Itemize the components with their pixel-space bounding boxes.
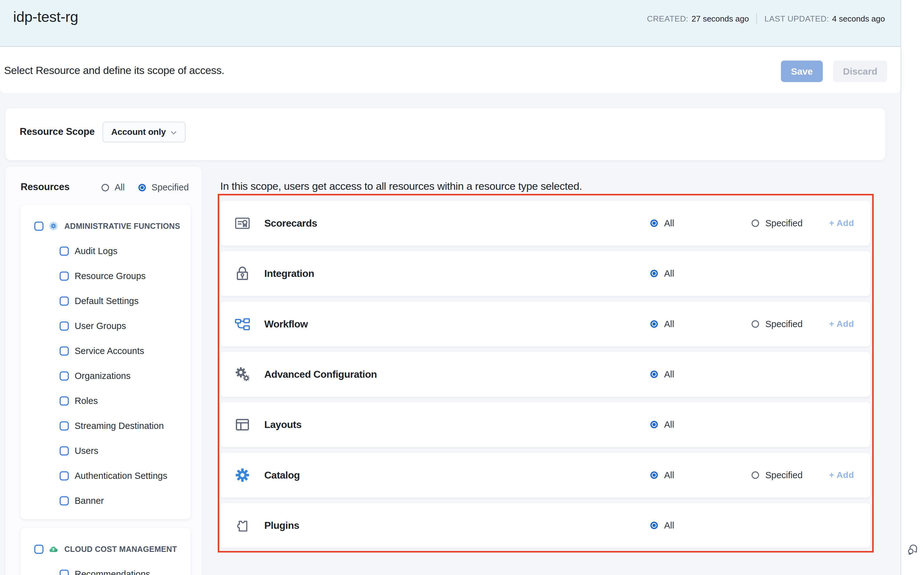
radio-selected-icon[interactable] bbox=[650, 270, 658, 277]
chevron-down-icon bbox=[169, 128, 178, 137]
add-button[interactable]: + Add bbox=[829, 453, 854, 497]
item-checkbox[interactable] bbox=[60, 570, 69, 575]
group-title: ADMINISTRATIVE FUNCTIONS bbox=[64, 222, 180, 231]
scope-note: In this scope, users get access to all r… bbox=[220, 179, 582, 192]
resources-radio-specified[interactable]: Specified bbox=[139, 182, 189, 192]
action-toolbar: Select Resource and define its scope of … bbox=[0, 48, 901, 93]
main-panel: idp-test-rg CREATED: 27 seconds ago LAST… bbox=[0, 0, 901, 575]
row-radio-all[interactable]: All bbox=[650, 201, 674, 246]
row-radio-all[interactable]: All bbox=[650, 402, 674, 447]
item-checkbox[interactable] bbox=[60, 246, 69, 256]
resource-group-administrative-functions: ADMINISTRATIVE FUNCTIONS Audit Logs Reso… bbox=[21, 205, 191, 519]
scorecard-icon bbox=[235, 216, 250, 231]
page-title: idp-test-rg bbox=[13, 8, 78, 25]
group-items: Recommendations bbox=[21, 562, 191, 575]
list-item-users: Users bbox=[21, 438, 191, 463]
row-radio-specified[interactable]: Specified bbox=[752, 302, 803, 346]
row-radio-all[interactable]: All bbox=[650, 302, 674, 346]
radio-selected-icon[interactable] bbox=[650, 219, 658, 227]
row-label: Scorecards bbox=[264, 201, 317, 246]
resource-row-integration: Integration All bbox=[220, 251, 870, 296]
list-item-recommendations: Recommendations bbox=[21, 562, 191, 575]
list-item-banner: Banner bbox=[21, 488, 191, 513]
group-items: Audit Logs Resource Groups Default Setti… bbox=[21, 238, 191, 513]
puzzle-icon bbox=[235, 518, 250, 533]
item-checkbox[interactable] bbox=[60, 346, 69, 356]
svg-text:$: $ bbox=[52, 547, 54, 551]
list-item-resource-groups: Resource Groups bbox=[21, 264, 191, 288]
row-label: Catalog bbox=[264, 453, 300, 497]
chat-bubbles-icon bbox=[907, 543, 920, 556]
resource-row-advanced-configuration: Advanced Configuration All bbox=[220, 352, 870, 397]
list-item-authentication-settings: Authentication Settings bbox=[21, 463, 191, 488]
item-checkbox[interactable] bbox=[60, 446, 69, 456]
add-button[interactable]: + Add bbox=[829, 302, 854, 346]
list-item-default-settings: Default Settings bbox=[21, 288, 191, 313]
radio-selected-icon[interactable] bbox=[650, 421, 658, 428]
chat-button[interactable] bbox=[907, 543, 920, 556]
radio-selected-icon[interactable] bbox=[650, 370, 658, 378]
created-value: 27 seconds ago bbox=[691, 13, 749, 24]
row-radio-all[interactable]: All bbox=[650, 503, 674, 548]
meta-info: CREATED: 27 seconds ago LAST UPDATED: 4 … bbox=[647, 13, 885, 24]
resources-radio-all[interactable]: All bbox=[102, 182, 125, 192]
last-updated-label: LAST UPDATED: bbox=[765, 13, 829, 24]
save-button[interactable]: Save bbox=[781, 60, 823, 82]
item-checkbox[interactable] bbox=[60, 372, 69, 381]
resources-sidebar: Resources All Specified ADMINISTRAT bbox=[6, 167, 202, 575]
radio-selected-icon[interactable] bbox=[650, 471, 658, 479]
group-checkbox[interactable] bbox=[34, 222, 43, 231]
group-checkbox[interactable] bbox=[34, 545, 43, 554]
item-checkbox[interactable] bbox=[60, 471, 69, 480]
list-item-organizations: Organizations bbox=[21, 363, 191, 388]
list-item-service-accounts: Service Accounts bbox=[21, 338, 191, 363]
group-header: ADMINISTRATIVE FUNCTIONS bbox=[21, 219, 191, 233]
item-checkbox[interactable] bbox=[60, 297, 69, 306]
resource-scope-card: Resource Scope Account only bbox=[6, 108, 885, 160]
list-item-streaming-destination: Streaming Destination bbox=[21, 413, 191, 438]
admin-gear-icon bbox=[49, 222, 58, 230]
meta-separator bbox=[756, 13, 757, 24]
created-label: CREATED: bbox=[647, 13, 688, 24]
item-checkbox[interactable] bbox=[60, 496, 69, 505]
group-title: CLOUD COST MANAGEMENT bbox=[64, 545, 177, 554]
content-area: Resource Scope Account only Resources Al… bbox=[0, 93, 901, 575]
item-checkbox[interactable] bbox=[60, 396, 69, 405]
list-item-audit-logs: Audit Logs bbox=[21, 238, 191, 264]
radio-selected-icon[interactable] bbox=[650, 522, 658, 529]
list-item-user-groups: User Groups bbox=[21, 313, 191, 338]
radio-unselected-icon[interactable] bbox=[102, 184, 109, 191]
radio-selected-icon[interactable] bbox=[650, 320, 658, 328]
item-checkbox[interactable] bbox=[60, 321, 69, 330]
radio-selected-icon[interactable] bbox=[139, 184, 146, 191]
last-updated-value: 4 seconds ago bbox=[832, 13, 885, 24]
resources-title: Resources bbox=[21, 180, 70, 194]
row-radio-all[interactable]: All bbox=[650, 453, 674, 497]
row-radio-all[interactable]: All bbox=[650, 251, 674, 296]
row-radio-specified[interactable]: Specified bbox=[752, 453, 803, 497]
lock-icon bbox=[235, 266, 250, 281]
radio-unselected-icon[interactable] bbox=[752, 219, 759, 227]
resource-group-cloud-cost-management: $ CLOUD COST MANAGEMENT Recommendations bbox=[21, 528, 191, 575]
row-radio-all[interactable]: All bbox=[650, 352, 674, 397]
row-radio-specified[interactable]: Specified bbox=[752, 201, 803, 246]
item-checkbox[interactable] bbox=[60, 421, 69, 430]
discard-button[interactable]: Discard bbox=[833, 60, 887, 82]
resource-scope-selected-value: Account only bbox=[111, 127, 166, 137]
resource-row-layouts: Layouts All bbox=[220, 402, 870, 447]
resource-scope-select[interactable]: Account only bbox=[102, 122, 186, 142]
list-item-roles: Roles bbox=[21, 388, 191, 413]
workflow-icon bbox=[235, 316, 250, 332]
panel-edge-divider bbox=[900, 0, 901, 575]
catalog-gear-icon bbox=[235, 468, 250, 483]
item-checkbox[interactable] bbox=[60, 272, 69, 281]
row-label: Plugins bbox=[264, 503, 299, 548]
radio-unselected-icon[interactable] bbox=[752, 320, 759, 328]
page: idp-test-rg CREATED: 27 seconds ago LAST… bbox=[0, 0, 924, 575]
resource-row-workflow: Workflow All Specified + Add bbox=[220, 302, 870, 346]
radio-unselected-icon[interactable] bbox=[752, 471, 759, 479]
add-button[interactable]: + Add bbox=[829, 201, 854, 246]
cloud-dollar-icon: $ bbox=[49, 545, 58, 553]
resource-row-plugins: Plugins All bbox=[220, 503, 870, 548]
resource-scope-label: Resource Scope bbox=[20, 125, 95, 138]
